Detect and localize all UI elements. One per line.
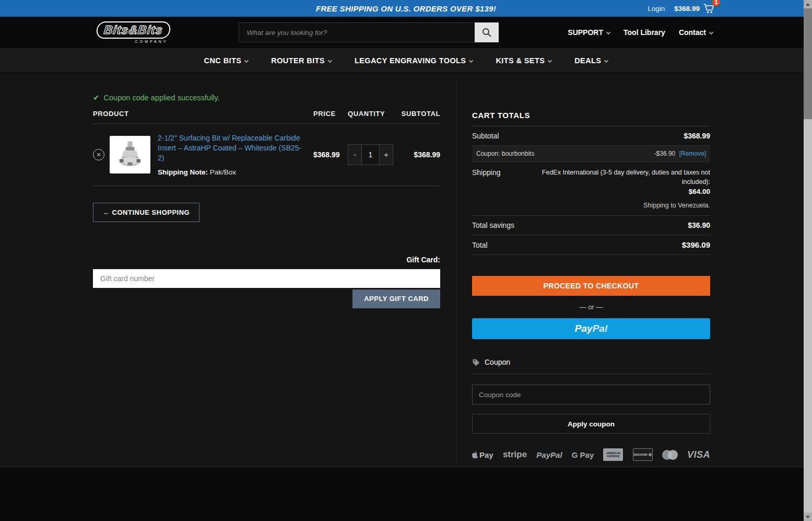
chevron-down-icon <box>604 58 608 62</box>
shipping-row: Shipping FedEx International (3-5 day de… <box>472 162 710 216</box>
item-price: $368.99 <box>313 150 348 159</box>
topbar-account-area: Login $368.99 1 <box>648 3 715 14</box>
tag-icon <box>472 358 480 366</box>
nav-label: CNC BITS <box>204 56 242 65</box>
search-icon <box>481 27 492 38</box>
quantity-stepper: - + <box>348 144 393 165</box>
notice-text: Coupon code applied successfully. <box>104 94 220 102</box>
main-nav: CNC BITS ROUTER BITS LEGACY ENGRAVING TO… <box>0 48 812 73</box>
paypal-button[interactable]: PayPal <box>472 318 710 339</box>
search-button[interactable] <box>475 22 499 42</box>
payment-methods: Pay stripe PayPal G Pay AMERICAN EXPRESS… <box>472 448 710 461</box>
coupon-section-heading: Coupon <box>472 358 710 374</box>
cart-page: ✔ Coupon code applied successfully. PROD… <box>0 73 812 467</box>
page-footer <box>0 467 812 521</box>
login-link[interactable]: Login <box>648 5 665 13</box>
cart-totals-heading: CART TOTALS <box>472 111 710 126</box>
chevron-down-icon <box>244 58 249 62</box>
or-divider: — or — <box>472 303 710 311</box>
shipping-destination: Shipping to Venezuela. <box>520 202 710 209</box>
chevron-down-icon <box>709 30 713 34</box>
applepay-label: Pay <box>479 450 493 459</box>
header-link-contact[interactable]: Contact <box>679 28 713 37</box>
remove-item-button[interactable]: × <box>93 149 104 160</box>
product-title-link[interactable]: 2-1/2" Surfacing Bit w/ Replaceable Carb… <box>158 134 301 162</box>
gpay-icon: G Pay <box>572 450 594 459</box>
nav-label: LEGACY ENGRAVING TOOLS <box>355 56 466 65</box>
product-image[interactable] <box>110 136 150 173</box>
scrollbar-thumb[interactable] <box>804 8 812 119</box>
apply-gift-card-button[interactable]: APPLY GIFT CARD <box>352 290 440 308</box>
scroll-down-button[interactable] <box>804 513 812 521</box>
logo-text: Bits&Bits <box>103 23 163 37</box>
cart-total-amount: $368.99 <box>674 5 700 13</box>
discover-ball <box>649 453 652 456</box>
chevron-down-icon <box>328 58 332 62</box>
shipping-method: FedEx International (3-5 day delivery, d… <box>520 168 710 187</box>
cart-link[interactable]: $368.99 1 <box>674 3 715 14</box>
col-header-subtotal: SUBTOTAL <box>393 110 440 118</box>
quantity-decrease-button[interactable]: - <box>348 144 362 165</box>
nav-item-deals[interactable]: DEALS <box>574 56 608 65</box>
subtotal-label: Subtotal <box>472 132 499 140</box>
coupon-code-input[interactable] <box>472 385 710 404</box>
nav-item-cnc-bits[interactable]: CNC BITS <box>204 56 249 65</box>
cart-item-row: × 2-1/2 <box>93 124 440 186</box>
discover-label: DISCOVER <box>634 453 648 456</box>
search-input[interactable] <box>239 22 475 42</box>
quantity-increase-button[interactable]: + <box>379 144 393 165</box>
col-header-product: PRODUCT <box>93 110 313 118</box>
continue-shopping-button[interactable]: ← CONTINUE SHOPPING <box>93 203 199 222</box>
paypal-logo-part2: Pal <box>593 323 608 334</box>
shipping-note: Shipping Note: Pak/Box <box>158 168 305 176</box>
savings-row: Total savings $36.90 <box>472 216 710 235</box>
shipping-cost: $64.00 <box>520 188 710 195</box>
header-link-tool-library[interactable]: Tool Library <box>623 28 665 37</box>
header-link-support[interactable]: SUPPORT <box>568 28 610 37</box>
gift-card-label: Gift Card: <box>93 256 440 264</box>
paypal-mark-icon: PayPal <box>536 450 562 459</box>
scroll-up-arrow-icon <box>806 3 810 6</box>
coupon-amount: -$36.90 <box>654 150 676 157</box>
logo-subtext: COMPANY <box>97 40 170 43</box>
scroll-down-arrow-icon <box>806 516 810 518</box>
chevron-down-icon <box>469 58 473 62</box>
quantity-input[interactable] <box>362 144 379 165</box>
proceed-to-checkout-button[interactable]: PROCEED TO CHECKOUT <box>472 276 710 296</box>
cart-items-column: ✔ Coupon code applied successfully. PROD… <box>93 93 440 308</box>
amex-icon: AMERICAN EXPRESS <box>603 448 623 461</box>
coupon-row: Coupon: bourbonbits -$36.90 [Remove] <box>472 146 710 162</box>
shipping-note-value: Pak/Box <box>210 168 236 176</box>
total-label: Total <box>472 241 488 249</box>
total-row: Total $396.09 <box>472 235 710 255</box>
gift-card-input[interactable] <box>93 269 440 288</box>
mastercard-icon <box>662 450 678 460</box>
site-logo[interactable]: Bits&Bits COMPANY <box>97 21 170 43</box>
nav-label: KITS & SETS <box>496 56 545 65</box>
item-subtotal: $368.99 <box>393 150 440 159</box>
nav-item-router-bits[interactable]: ROUTER BITS <box>271 56 332 65</box>
search-bar <box>239 22 499 42</box>
column-divider <box>456 79 456 467</box>
header-links: SUPPORT Tool Library Contact <box>568 28 713 37</box>
visa-icon: VISA <box>687 449 710 460</box>
coupon-label: Coupon: bourbonbits <box>476 150 534 157</box>
nav-item-legacy-engraving-tools[interactable]: LEGACY ENGRAVING TOOLS <box>355 56 473 65</box>
nav-item-kits-sets[interactable]: KITS & SETS <box>496 56 551 65</box>
cart-table-header: PRODUCT PRICE QUANTITY SUBTOTAL <box>93 110 440 124</box>
contact-label: Contact <box>679 28 706 37</box>
cart-totals-column: CART TOTALS Subtotal $368.99 Coupon: bou… <box>472 111 710 461</box>
tool-library-label: Tool Library <box>623 28 665 37</box>
shipping-label: Shipping <box>472 168 501 177</box>
chevron-down-icon <box>606 30 610 34</box>
subtotal-value: $368.99 <box>684 132 710 140</box>
remove-coupon-link[interactable]: [Remove] <box>679 150 706 157</box>
scroll-up-button[interactable] <box>804 0 812 8</box>
subtotal-row: Subtotal $368.99 <box>472 126 710 146</box>
chevron-down-icon <box>548 58 552 62</box>
scrollbar[interactable] <box>804 0 812 521</box>
apply-coupon-button[interactable]: Apply coupon <box>472 414 710 434</box>
check-icon: ✔ <box>93 93 100 102</box>
coupon-success-notice: ✔ Coupon code applied successfully. <box>93 93 440 102</box>
site-header: Bits&Bits COMPANY SUPPORT Tool Library C… <box>0 17 812 48</box>
